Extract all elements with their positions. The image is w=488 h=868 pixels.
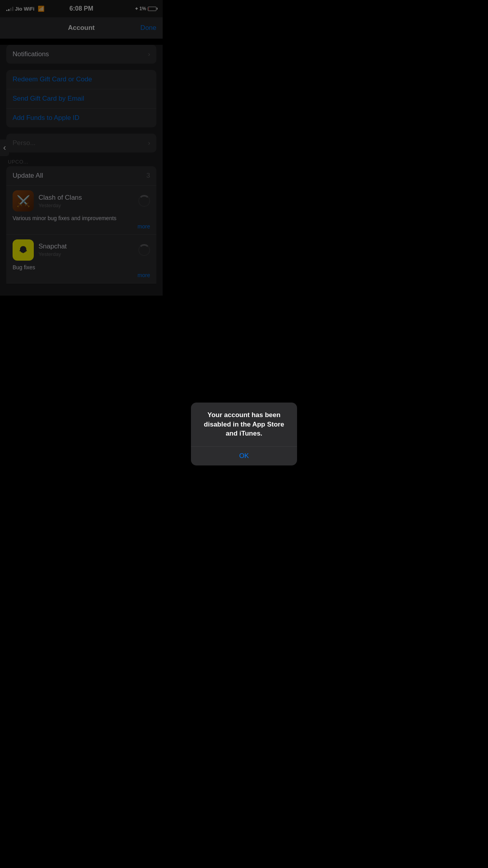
alert-overlay: Your account has been disabled in the Ap… — [0, 0, 163, 296]
